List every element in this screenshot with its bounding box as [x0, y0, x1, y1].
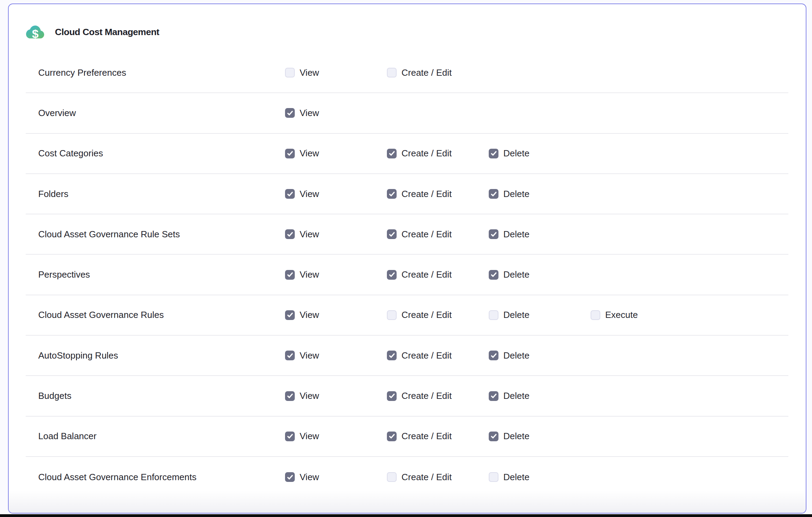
permission-cell: View: [285, 310, 387, 320]
permission-label: Create / Edit: [401, 269, 452, 280]
permission-row-cloud-asset-governance-enforcements: Cloud Asset Governance EnforcementsViewC…: [26, 457, 788, 497]
checkmark-icon: [490, 191, 497, 197]
permission-cell: View: [285, 431, 387, 442]
resource-label: Cloud Asset Governance Rule Sets: [26, 229, 285, 240]
checkmark-icon: [389, 191, 395, 197]
delete-checkbox[interactable]: [489, 432, 498, 441]
permission-row-load-balancer: Load BalancerViewCreate / EditDelete: [26, 417, 788, 457]
permission-cell: View: [285, 108, 387, 118]
view-checkbox[interactable]: [285, 229, 295, 239]
view-checkbox[interactable]: [285, 391, 295, 401]
permission-row-cloud-asset-governance-rule-sets: Cloud Asset Governance Rule SetsViewCrea…: [26, 214, 788, 255]
view-checkbox[interactable]: [285, 310, 295, 320]
permission-label: Execute: [605, 310, 638, 320]
svg-text:$: $: [32, 27, 39, 39]
permission-row-budgets: BudgetsViewCreate / EditDelete: [26, 376, 788, 416]
permission-label: Delete: [503, 269, 529, 280]
permission-row-overview: OverviewView: [26, 93, 788, 133]
checkmark-icon: [287, 231, 293, 238]
permission-cell: View: [285, 269, 387, 280]
delete-checkbox[interactable]: [489, 270, 498, 280]
permission-cell: Create / Edit: [387, 431, 489, 442]
checkmark-icon: [389, 150, 395, 157]
permission-label: Delete: [503, 189, 529, 199]
view-checkbox[interactable]: [285, 351, 295, 360]
permission-label: View: [300, 310, 319, 320]
create-edit-checkbox[interactable]: [387, 310, 397, 320]
execute-checkbox[interactable]: [591, 310, 600, 320]
permission-label: Create / Edit: [401, 229, 452, 240]
view-checkbox[interactable]: [285, 270, 295, 280]
checkmark-icon: [287, 271, 293, 278]
delete-checkbox[interactable]: [489, 189, 498, 199]
view-checkbox[interactable]: [285, 149, 295, 158]
checkmark-icon: [287, 433, 293, 440]
resource-label: Load Balancer: [26, 431, 285, 442]
create-edit-checkbox[interactable]: [387, 270, 397, 280]
permission-label: View: [300, 67, 319, 78]
delete-checkbox[interactable]: [489, 310, 498, 320]
permission-label: View: [300, 350, 319, 361]
view-checkbox[interactable]: [285, 68, 295, 77]
checkmark-icon: [490, 352, 497, 359]
permission-row-folders: FoldersViewCreate / EditDelete: [26, 174, 788, 214]
permission-label: Delete: [503, 431, 529, 442]
view-checkbox[interactable]: [285, 472, 295, 482]
checkmark-icon: [287, 393, 293, 399]
permission-cell: Create / Edit: [387, 310, 489, 320]
delete-checkbox[interactable]: [489, 149, 498, 158]
permission-cell: View: [285, 189, 387, 199]
create-edit-checkbox[interactable]: [387, 229, 397, 239]
permission-label: Create / Edit: [401, 148, 452, 159]
module-title: Cloud Cost Management: [55, 27, 159, 38]
permission-label: Create / Edit: [401, 67, 452, 78]
permission-label: View: [300, 431, 319, 442]
create-edit-checkbox[interactable]: [387, 68, 397, 77]
delete-checkbox[interactable]: [489, 229, 498, 239]
view-checkbox[interactable]: [285, 108, 295, 118]
checkmark-icon: [287, 191, 293, 197]
delete-checkbox[interactable]: [489, 351, 498, 360]
permission-label: View: [300, 391, 319, 401]
permission-cell: View: [285, 67, 387, 78]
permission-label: Create / Edit: [401, 472, 452, 483]
permission-label: Create / Edit: [401, 189, 452, 199]
delete-checkbox[interactable]: [489, 391, 498, 401]
permission-cell: Delete: [489, 310, 591, 320]
permission-row-cloud-asset-governance-rules: Cloud Asset Governance RulesViewCreate /…: [26, 295, 788, 336]
delete-checkbox[interactable]: [489, 472, 498, 482]
checkmark-icon: [490, 271, 497, 278]
checkmark-icon: [389, 231, 395, 238]
permissions-page: $ Cloud Cost Management Currency Prefere…: [0, 0, 812, 517]
permission-label: View: [300, 189, 319, 199]
cloud-dollar-icon: $: [26, 23, 44, 41]
create-edit-checkbox[interactable]: [387, 351, 397, 360]
module-header: $ Cloud Cost Management: [26, 25, 159, 39]
permission-cell: View: [285, 148, 387, 159]
permission-row-cost-categories: Cost CategoriesViewCreate / EditDelete: [26, 134, 788, 174]
permission-cell: Delete: [489, 350, 591, 361]
permission-cell: Delete: [489, 148, 591, 159]
permission-label: Delete: [503, 472, 529, 483]
view-checkbox[interactable]: [285, 432, 295, 441]
permission-cell: Create / Edit: [387, 391, 489, 401]
permission-cell: Create / Edit: [387, 350, 489, 361]
resource-label: Cloud Asset Governance Enforcements: [26, 472, 285, 483]
resource-label: Overview: [26, 108, 285, 118]
permission-cell: Delete: [489, 431, 591, 442]
permission-label: View: [300, 229, 319, 240]
create-edit-checkbox[interactable]: [387, 189, 397, 199]
permission-label: Create / Edit: [401, 391, 452, 401]
permission-cell: View: [285, 350, 387, 361]
create-edit-checkbox[interactable]: [387, 391, 397, 401]
permission-label: View: [300, 148, 319, 159]
create-edit-checkbox[interactable]: [387, 432, 397, 441]
permission-label: Delete: [503, 148, 529, 159]
create-edit-checkbox[interactable]: [387, 149, 397, 158]
checkmark-icon: [287, 150, 293, 157]
permission-row-perspectives: PerspectivesViewCreate / EditDelete: [26, 255, 788, 295]
resource-label: AutoStopping Rules: [26, 350, 285, 361]
create-edit-checkbox[interactable]: [387, 472, 397, 482]
permission-label: View: [300, 472, 319, 483]
view-checkbox[interactable]: [285, 189, 295, 199]
